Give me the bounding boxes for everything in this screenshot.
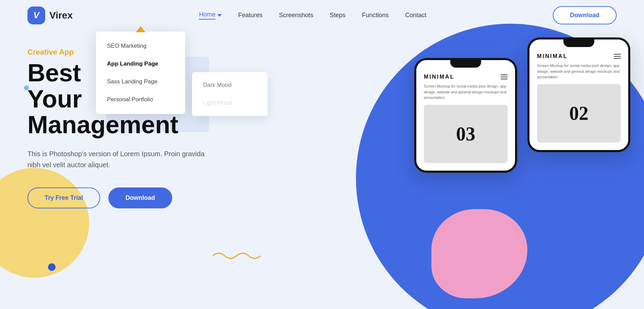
nav-link-steps[interactable]: Steps: [330, 12, 346, 19]
dropdown-item-sass-landing[interactable]: Sass Landing Page: [96, 73, 185, 91]
navbar: V Virex Home Features Screenshots Steps …: [0, 0, 644, 31]
phone2-description: Screen Mockup for social media post desi…: [537, 63, 621, 80]
mood-item-dark[interactable]: Dark Mood: [192, 76, 267, 94]
nav-item-steps[interactable]: Steps: [330, 12, 346, 19]
logo-icon: V: [27, 7, 45, 24]
phone-mockup-1: MINIMAL Screen Mockup for social media p…: [414, 58, 517, 173]
phone1-image: 03: [424, 105, 508, 163]
nav-item-screenshots[interactable]: Screenshots: [279, 12, 313, 19]
logo-text: Virex: [49, 10, 73, 21]
hamburger-icon-1: [501, 75, 508, 79]
nav-link-contact[interactable]: Contact: [405, 12, 427, 19]
try-free-trial-button[interactable]: Try Free Trial: [27, 187, 100, 208]
nav-item-functions[interactable]: Functions: [362, 12, 389, 19]
logo-area[interactable]: V Virex: [27, 7, 73, 24]
phones-area: MINIMAL Screen Mockup for social media p…: [414, 31, 630, 173]
phone2-number: 02: [569, 102, 588, 124]
mood-dropdown-menu: Dark Mood Light Mood: [192, 72, 267, 116]
dropdown-item-seo[interactable]: SEO Marketing: [96, 37, 185, 55]
phone-notch-1: [450, 60, 481, 68]
download-button[interactable]: Download: [108, 187, 172, 208]
nav-item-features[interactable]: Features: [238, 12, 262, 19]
nav-link-features[interactable]: Features: [238, 12, 262, 19]
hero-buttons: Try Free Trial Download: [27, 187, 219, 208]
hamburger-icon-2: [614, 54, 621, 59]
nav-item-home[interactable]: Home: [199, 11, 222, 20]
nav-item-contact[interactable]: Contact: [405, 12, 427, 19]
nav-link-screenshots[interactable]: Screenshots: [279, 12, 313, 19]
chevron-down-icon: [217, 14, 222, 17]
dropdown-item-app-landing[interactable]: App Landing Page: [96, 55, 185, 73]
nav-link-home[interactable]: Home: [199, 11, 215, 20]
hero-description: This is Photoshop's version of Lorem Ips…: [27, 148, 206, 170]
phone2-brand: MINIMAL: [537, 53, 568, 59]
nav-download-button[interactable]: Download: [553, 6, 617, 24]
home-dropdown-menu: SEO Marketing App Landing Page Sass Land…: [96, 32, 185, 114]
nav-links: Home Features Screenshots Steps Function…: [199, 11, 426, 20]
wavy-line-decoration: [213, 249, 261, 264]
phone1-description: Screen Mockup for social media post desi…: [424, 83, 508, 101]
phone1-brand: MINIMAL: [424, 74, 454, 80]
phone1-number: 03: [456, 123, 475, 145]
phone2-image: 02: [537, 84, 621, 142]
phone-mockup-2: MINIMAL Screen Mockup for social media p…: [527, 37, 630, 152]
mood-item-light[interactable]: Light Mood: [192, 94, 267, 112]
phone-notch-2: [563, 39, 594, 47]
nav-link-functions[interactable]: Functions: [362, 12, 389, 19]
dot-bottom-left: [48, 263, 56, 271]
dropdown-item-portfolio[interactable]: Personal Portfolio: [96, 91, 185, 108]
